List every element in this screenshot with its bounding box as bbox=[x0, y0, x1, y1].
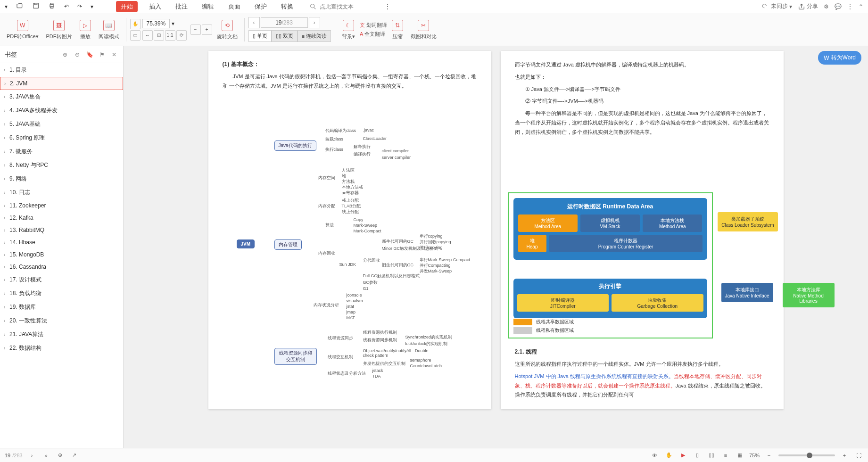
bookmark-item[interactable]: 3. JAVA集合 bbox=[0, 90, 123, 104]
pdf-to-office-button[interactable]: W PDF转Office▾ bbox=[4, 19, 41, 40]
bookmark-item[interactable]: 9. 网络 bbox=[0, 172, 123, 186]
bookmark-item[interactable]: 13. RabbitMQ bbox=[0, 224, 123, 236]
read-mode-button[interactable]: 📖 阅读模式 bbox=[96, 19, 122, 40]
bookmark-item[interactable]: 21. JAVA算法 bbox=[0, 328, 123, 341]
dropdown-icon[interactable]: ▾ bbox=[91, 3, 93, 10]
gear-icon[interactable]: ⚙ bbox=[824, 3, 829, 10]
section-heading: (1) 基本概念： bbox=[223, 60, 477, 68]
select-tool-icon[interactable]: ▭ bbox=[130, 30, 141, 41]
fit-page-icon[interactable]: ⊡ bbox=[154, 30, 164, 41]
double-page-button[interactable]: ▯▯ 双页 bbox=[272, 30, 298, 42]
add-bookmark-icon[interactable]: ⊕ bbox=[61, 50, 69, 59]
tab-edit[interactable]: 编辑 bbox=[199, 0, 217, 13]
tab-page[interactable]: 页面 bbox=[225, 0, 243, 13]
compress-button[interactable]: ⇅ 压缩 bbox=[389, 19, 406, 40]
tab-annotate[interactable]: 批注 bbox=[173, 0, 190, 13]
screenshot-button[interactable]: ✂ 截图和对比 bbox=[408, 19, 439, 40]
full-translate-button[interactable]: A全文翻译 bbox=[360, 31, 387, 38]
svg-rect-1 bbox=[34, 3, 37, 5]
next-page-icon[interactable]: › bbox=[27, 451, 37, 460]
more-icon[interactable]: ⋮ bbox=[385, 3, 390, 10]
bookmark-icon[interactable]: 🔖 bbox=[85, 50, 94, 59]
bookmark-item[interactable]: 6. Spring 原理 bbox=[0, 131, 123, 145]
tab-protect[interactable]: 保护 bbox=[252, 0, 270, 13]
single-page-button[interactable]: ▯ 单页 bbox=[248, 30, 272, 42]
bookmark-item[interactable]: 7. 微服务 bbox=[0, 145, 123, 158]
search-area[interactable] bbox=[309, 3, 376, 10]
search-input[interactable] bbox=[320, 3, 376, 10]
bookmark-item[interactable]: 2. JVM bbox=[0, 77, 123, 90]
next-page-button[interactable]: › bbox=[309, 17, 320, 28]
print-icon[interactable] bbox=[48, 2, 56, 11]
bookmark-item[interactable]: 18. 负载均衡 bbox=[0, 287, 123, 300]
bookmark-item[interactable]: 4. JAVA多线程并发 bbox=[0, 104, 123, 117]
bookmark-item[interactable]: 8. Netty 与RPC bbox=[0, 158, 123, 172]
zoom-slider[interactable] bbox=[778, 454, 835, 456]
remove-bookmark-icon[interactable]: ⊖ bbox=[73, 50, 82, 59]
bookmark-item[interactable]: 5. JAVA基础 bbox=[0, 117, 123, 131]
hand-tool-icon[interactable]: ✋ bbox=[130, 19, 141, 29]
view-eye-icon[interactable]: 👁 bbox=[650, 451, 660, 460]
zoom-out-icon[interactable]: − bbox=[190, 25, 201, 35]
chat-icon[interactable]: 💬 bbox=[835, 3, 842, 10]
view-continuous-icon[interactable]: ≡ bbox=[721, 451, 730, 460]
undo-icon[interactable]: ↶ bbox=[64, 3, 69, 10]
bookmark-item[interactable]: 14. Hbase bbox=[0, 236, 123, 248]
file-dropdown-icon[interactable]: ▾ bbox=[5, 3, 8, 10]
prev-page-button[interactable]: ‹ bbox=[248, 17, 260, 28]
open-icon[interactable] bbox=[16, 2, 24, 11]
bookmark-item[interactable]: 17. 设计模式 bbox=[0, 273, 123, 287]
tab-start[interactable]: 开始 bbox=[116, 1, 138, 12]
view-double-icon[interactable]: ▯▯ bbox=[707, 451, 716, 460]
actual-size-icon[interactable]: 1:1 bbox=[165, 30, 175, 41]
close-sidebar-icon[interactable]: ✕ bbox=[110, 50, 118, 59]
zoom-in-icon[interactable]: + bbox=[202, 25, 212, 35]
tab-insert[interactable]: 插入 bbox=[146, 0, 164, 13]
rotate-button[interactable]: ⟲ 旋转文档 bbox=[214, 19, 240, 40]
sync-status[interactable]: 未同步 ▾ bbox=[762, 2, 792, 10]
footer-export-icon[interactable]: ↗ bbox=[70, 451, 79, 460]
zoom-dropdown-icon[interactable]: ▾ bbox=[172, 20, 174, 27]
section-heading: 2.1. 线程 bbox=[515, 348, 769, 356]
bookmark-item[interactable]: 15. MongoDB bbox=[0, 248, 123, 261]
bookmark-item[interactable]: 12. Kafka bbox=[0, 212, 123, 224]
search-icon bbox=[309, 3, 317, 10]
view-grid-icon[interactable]: ▦ bbox=[735, 451, 744, 460]
footer-zoom-in-icon[interactable]: + bbox=[840, 451, 849, 460]
footer-zoom-out-icon[interactable]: − bbox=[764, 451, 774, 460]
bookmark-item[interactable]: 19. 数据库 bbox=[0, 300, 123, 314]
expand-icon[interactable]: ⌃ bbox=[859, 3, 863, 10]
last-page-icon[interactable]: » bbox=[41, 451, 51, 460]
word-translate-button[interactable]: 文划词翻译 bbox=[360, 22, 387, 29]
bookmark-item[interactable]: 1. 目录 bbox=[0, 63, 123, 77]
share-button[interactable]: 分享 bbox=[798, 2, 818, 10]
tab-convert[interactable]: 转换 bbox=[278, 0, 296, 13]
tab-bar: ▾ ↶ ↷ ▾ 开始 插入 批注 编辑 页面 保护 转换 ⋮ 未同步 ▾ 分享 … bbox=[0, 0, 868, 13]
view-hand-icon[interactable]: ✋ bbox=[664, 451, 674, 460]
background-button[interactable]: ☾ 背景▾ bbox=[339, 19, 358, 40]
ribbon: W PDF转Office▾ 🖼 PDF转图片 ▷ 播放 📖 阅读模式 ✋ ▭ 7… bbox=[0, 13, 868, 46]
document-viewport[interactable]: W 转为Word (1) 基本概念： JVM 是可运行 Java 代码的假想计算… bbox=[124, 46, 868, 448]
continuous-button[interactable]: ≡ 连续阅读 bbox=[298, 30, 331, 42]
fullscreen-icon[interactable]: ⛶ bbox=[854, 451, 863, 460]
bookmark-item[interactable]: 16. Cassandra bbox=[0, 261, 123, 273]
convert-to-word-button[interactable]: W 转为Word bbox=[818, 51, 861, 65]
page-number-input[interactable]: 19/283 bbox=[261, 17, 308, 28]
flag-icon[interactable]: ⚑ bbox=[98, 50, 106, 59]
refresh-icon[interactable]: ⟳ bbox=[176, 30, 187, 41]
footer-page-indicator[interactable]: 19/283 bbox=[5, 453, 23, 458]
menu-icon[interactable]: ⋮ bbox=[847, 3, 853, 10]
view-single-icon[interactable]: ▯ bbox=[693, 451, 702, 460]
play-button[interactable]: ▷ 播放 bbox=[77, 19, 94, 40]
bookmark-item[interactable]: 20. 一致性算法 bbox=[0, 314, 123, 328]
save-icon[interactable] bbox=[32, 2, 40, 11]
pdf-to-image-button[interactable]: 🖼 PDF转图片 bbox=[43, 19, 75, 40]
redo-icon[interactable]: ↷ bbox=[77, 3, 82, 10]
zoom-value[interactable]: 75.39% bbox=[142, 19, 170, 28]
bookmark-item[interactable]: 22. 数据结构 bbox=[0, 341, 123, 355]
bookmark-item[interactable]: 10. 日志 bbox=[0, 186, 123, 199]
fit-width-icon[interactable]: ↔ bbox=[142, 30, 153, 41]
bookmark-item[interactable]: 11. Zookeeper bbox=[0, 199, 123, 212]
view-play-icon[interactable]: ▶ bbox=[678, 451, 688, 460]
footer-add-icon[interactable]: ⊕ bbox=[56, 451, 65, 460]
